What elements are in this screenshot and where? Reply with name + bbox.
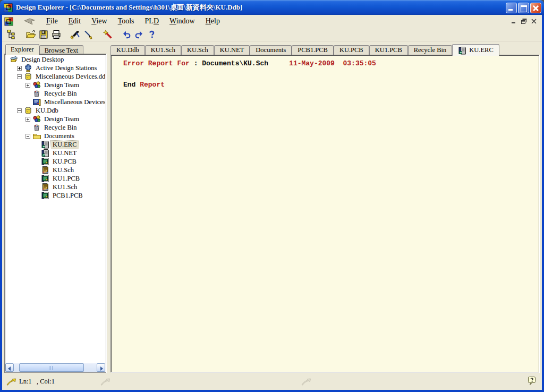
cut-tool-button[interactable]: [69, 29, 82, 40]
menu-window[interactable]: Window: [164, 16, 200, 27]
toolbar-group: [24, 29, 63, 40]
open-document-icon: [26, 29, 36, 40]
tree-item-ku-erc[interactable]: KU.ERC: [5, 140, 105, 149]
tree-item-ku-net[interactable]: KU.NET: [5, 149, 105, 157]
left-panel-tabs: ExplorerBrowse Text: [5, 43, 83, 54]
app-icon: [4, 3, 13, 12]
menu-tools[interactable]: Tools: [113, 16, 140, 27]
textdoc-icon: [41, 149, 50, 157]
toolbar-group: [120, 29, 158, 40]
tree-item-miscellaneous-devices-lib[interactable]: Miscellaneous Devices.lib: [5, 98, 105, 106]
menu-pld[interactable]: PLD: [140, 16, 164, 27]
doc-tab-ku-ddb[interactable]: KU.Ddb: [110, 45, 145, 55]
print-button[interactable]: [50, 29, 63, 40]
scrollbar-thumb[interactable]: [19, 363, 84, 372]
panel-tab-explorer[interactable]: Explorer: [5, 44, 39, 55]
open-document-button[interactable]: [24, 29, 37, 40]
tree-item-design-desktop[interactable]: Design Desktop: [5, 55, 105, 64]
redo-button[interactable]: [133, 29, 146, 40]
scroll-right-icon: [100, 367, 103, 371]
knife-tool-button[interactable]: [82, 29, 95, 40]
menu-bar: FileEditViewToolsPLDWindowHelp: [2, 15, 542, 28]
menu-help[interactable]: Help: [200, 16, 225, 27]
maximize-button[interactable]: [518, 3, 529, 13]
tree-expand-plus-icon[interactable]: [26, 117, 32, 122]
tree-item-miscellaneous-devices-ddb[interactable]: Miscellaneous Devices.ddb: [5, 72, 105, 81]
database-icon: [24, 72, 33, 81]
tree-item-ku-sch[interactable]: KU.Sch: [5, 166, 105, 174]
design-manager-toggle-button[interactable]: [5, 29, 18, 40]
toolbar-group: [69, 29, 95, 40]
scroll-right-button[interactable]: [97, 363, 105, 372]
scroll-left-icon: [8, 367, 11, 371]
status-bar: Ln:1 , Col:1: [2, 373, 542, 390]
tree-horizontal-scrollbar[interactable]: [5, 363, 105, 372]
doc-tab-ku-pcb[interactable]: KU.PCB: [334, 45, 369, 55]
tree-expand-minus-icon[interactable]: [26, 134, 32, 139]
pcbdoc-icon: [41, 157, 50, 166]
mdi-minimize-button[interactable]: [509, 18, 518, 25]
save-icon: [38, 29, 49, 40]
close-button[interactable]: [530, 3, 541, 13]
toolbar-group: [101, 29, 114, 40]
design-manager-toggle-icon: [6, 29, 17, 40]
recycle-icon: [32, 123, 41, 132]
tree-item-design-team[interactable]: Design Team: [5, 81, 105, 89]
title-bar: Design Explorer - [C:\Documents and Sett…: [0, 0, 544, 15]
tree-expand-minus-icon[interactable]: [17, 108, 24, 113]
pointer-gray-icon: [301, 378, 311, 386]
tree-item-documents[interactable]: Documents: [5, 132, 105, 140]
magic-wand-button[interactable]: [101, 29, 114, 40]
tree-item-recycle-bin[interactable]: Recycle Bin: [5, 89, 105, 98]
tree-item-ku1-pcb[interactable]: KU1.PCB: [5, 174, 105, 183]
drop-arrow-icon[interactable]: [23, 17, 37, 25]
tree-expand-plus-icon[interactable]: [26, 83, 32, 88]
menu-view[interactable]: View: [86, 16, 113, 27]
knife-tool-icon: [83, 29, 94, 40]
textdoc-icon: [41, 140, 50, 149]
report-line: Error Report For : Documents\KU.Sch 11-M…: [123, 58, 539, 69]
menu-items: FileEditViewToolsPLDWindowHelp: [41, 16, 225, 27]
tree-item-pcb1-pcb[interactable]: PCB1.PCB: [5, 191, 105, 200]
help-balloon-icon[interactable]: [528, 376, 537, 386]
doc-tab-ku-erc[interactable]: KU.ERC: [452, 44, 499, 56]
doc-tab-ku1-pcb[interactable]: KU1.PCB: [369, 45, 408, 55]
library-icon: [32, 98, 41, 106]
scrollbar-track[interactable]: [14, 363, 97, 372]
doc-tab-ku1-sch[interactable]: KU1.Sch: [145, 45, 181, 55]
pcbdoc-icon: [41, 174, 50, 183]
help-button[interactable]: [146, 29, 158, 40]
doc-tab-ku-sch[interactable]: KU.Sch: [181, 45, 214, 55]
stations-icon: [24, 64, 33, 72]
save-button[interactable]: [37, 29, 50, 40]
tree-item-active-design-stations[interactable]: Active Design Stations: [5, 64, 105, 72]
scroll-left-button[interactable]: [5, 363, 14, 372]
tree-item-ku-pcb[interactable]: KU.PCB: [5, 157, 105, 166]
mdi-close-button[interactable]: [530, 18, 539, 25]
doc-tab-pcb1-pcb[interactable]: PCB1.PCB: [292, 45, 334, 55]
tree-item-ku1-sch[interactable]: KU1.Sch: [5, 183, 105, 191]
undo-icon: [121, 29, 132, 40]
pcbdoc-icon: [41, 191, 50, 200]
minimize-button[interactable]: [506, 3, 517, 13]
client-area: ExplorerBrowse Text Design DesktopActive…: [2, 41, 542, 373]
recycle-icon: [32, 89, 41, 98]
tree-item-design-team[interactable]: Design Team: [5, 115, 105, 123]
design-explorer-panel: Design DesktopActive Design StationsMisc…: [4, 54, 106, 373]
tree-item-ku-ddb[interactable]: KU.Ddb: [5, 106, 105, 115]
undo-button[interactable]: [120, 29, 133, 40]
window-title: Design Explorer - [C:\Documents and Sett…: [16, 3, 242, 12]
menu-file[interactable]: File: [41, 16, 63, 27]
mdi-restore-button[interactable]: [520, 18, 529, 25]
tree-item-recycle-bin[interactable]: Recycle Bin: [5, 123, 105, 132]
doc-tab-ku-net[interactable]: KU.NET: [214, 45, 250, 55]
tree-expand-minus-icon[interactable]: [17, 74, 24, 79]
doc-tab-documents[interactable]: Documents: [250, 45, 292, 55]
error-report-text: Error Report For : Documents\KU.Sch 11-M…: [111, 55, 539, 90]
report-editor[interactable]: Error Report For : Documents\KU.Sch 11-M…: [110, 55, 539, 372]
desktop-icon: [10, 55, 19, 64]
app-window: Design Explorer - [C:\Documents and Sett…: [0, 0, 544, 392]
tree-expand-plus-icon[interactable]: [17, 66, 24, 71]
menu-edit[interactable]: Edit: [63, 16, 86, 27]
doc-tab-recycle-bin[interactable]: Recycle Bin: [408, 45, 452, 55]
